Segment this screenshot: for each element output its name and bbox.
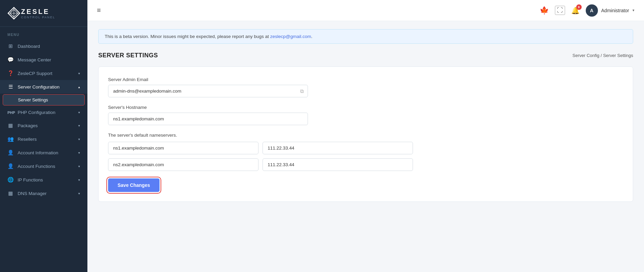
- sidebar-item-server-configuration[interactable]: ☰ Server Configuration ▴: [0, 80, 87, 94]
- settings-card: Server Admin Email ⧉ Server's Hostname T…: [98, 66, 633, 202]
- chevron-down-icon: ▾: [78, 72, 80, 75]
- sidebar-item-account-information[interactable]: 👤 Account Information ▾: [0, 146, 87, 159]
- hostname-label: Server's Hostname: [108, 105, 623, 110]
- save-changes-button[interactable]: Save Changes: [108, 178, 160, 192]
- beta-banner-text: This is a beta version. Minor issues mig…: [105, 34, 270, 39]
- logo-title: ZESLE: [21, 8, 55, 16]
- sidebar-item-label: PHP Configuration: [18, 110, 56, 115]
- admin-email-label: Server Admin Email: [108, 77, 623, 82]
- breadcrumb-current: Server Settings: [603, 53, 633, 58]
- sidebar-subitem-server-settings[interactable]: Server Settings: [3, 94, 85, 105]
- user-menu-chevron-icon: ▾: [632, 8, 635, 13]
- packages-icon: ▦: [7, 122, 14, 129]
- admin-email-input[interactable]: [108, 85, 308, 97]
- hamburger-button[interactable]: ≡: [97, 6, 101, 14]
- ip-functions-icon: 🌐: [7, 177, 14, 183]
- chevron-down-icon: ▾: [78, 164, 80, 168]
- nameservers-group: The server's default nameservers.: [108, 133, 623, 171]
- beta-banner-period: .: [311, 34, 313, 39]
- chevron-down-icon: ▾: [78, 111, 80, 114]
- php-icon: PHP: [7, 111, 14, 115]
- admin-name: Administrator: [601, 8, 629, 13]
- sidebar-item-ip-functions[interactable]: 🌐 IP Functions ▾: [0, 173, 87, 187]
- sidebar-item-label: Dashboard: [18, 44, 40, 49]
- hostname-input[interactable]: [108, 113, 308, 125]
- menu-label: MENU: [0, 27, 87, 39]
- notification-badge: 9: [576, 4, 582, 10]
- sidebar: ZESLE CONTROL PANEL MENU ⊞ Dashboard 💬 M…: [0, 0, 87, 272]
- sidebar-item-label: Account Functions: [18, 164, 55, 169]
- chevron-up-icon: ▴: [78, 85, 80, 89]
- account-functions-icon: 👤: [7, 163, 14, 169]
- sidebar-item-dashboard[interactable]: ⊞ Dashboard: [0, 39, 87, 53]
- breadcrumb: Server Config / Server Settings: [573, 53, 633, 58]
- beta-email-link[interactable]: zeslecp@gmail.com: [270, 34, 311, 39]
- sidebar-item-label: Packages: [18, 123, 38, 128]
- ns2-name-input[interactable]: [108, 158, 258, 171]
- admin-email-group: Server Admin Email ⧉: [108, 77, 623, 97]
- breadcrumb-parent: Server Config: [573, 53, 599, 58]
- dashboard-icon: ⊞: [7, 43, 14, 49]
- logo-subtitle: CONTROL PANEL: [21, 16, 55, 19]
- avatar: A: [586, 4, 598, 17]
- resellers-icon: 👥: [7, 136, 14, 142]
- sidebar-item-label: DNS Manager: [18, 191, 47, 196]
- user-menu-button[interactable]: A Administrator ▾: [586, 4, 635, 17]
- header: ≡ 🍁 ⛶ 🔔 9 A Administrator ▾: [87, 0, 644, 21]
- sidebar-item-php-configuration[interactable]: PHP PHP Configuration ▾: [0, 106, 87, 119]
- page-header: SERVER SETTINGS Server Config / Server S…: [98, 52, 633, 59]
- support-icon: ❓: [7, 70, 14, 76]
- nameservers-label: The server's default nameservers.: [108, 133, 623, 138]
- fullscreen-icon[interactable]: ⛶: [555, 6, 565, 15]
- sidebar-item-label: Message Center: [18, 57, 51, 62]
- sidebar-item-label: Account Information: [18, 150, 58, 155]
- sidebar-logo: ZESLE CONTROL PANEL: [0, 0, 87, 27]
- sidebar-item-dns-manager[interactable]: ▦ DNS Manager ▾: [0, 187, 87, 200]
- main-area: ≡ 🍁 ⛶ 🔔 9 A Administrator ▾ This is a be…: [87, 0, 644, 272]
- sidebar-item-label: Server Configuration: [18, 84, 60, 90]
- beta-banner: This is a beta version. Minor issues mig…: [98, 29, 633, 44]
- sidebar-item-packages[interactable]: ▦ Packages ▾: [0, 119, 87, 132]
- sidebar-item-message-center[interactable]: 💬 Message Center: [0, 53, 87, 66]
- sidebar-item-account-functions[interactable]: 👤 Account Functions ▾: [0, 159, 87, 173]
- nameserver-row-1: [108, 142, 413, 154]
- logo-text: ZESLE CONTROL PANEL: [21, 8, 55, 19]
- chevron-down-icon: ▾: [78, 178, 80, 182]
- sidebar-item-label: Resellers: [18, 137, 37, 142]
- nameserver-row-2: [108, 158, 413, 171]
- dns-manager-icon: ▦: [7, 190, 14, 196]
- notifications-button[interactable]: 🔔 9: [571, 6, 580, 15]
- flag-icon[interactable]: 🍁: [540, 6, 549, 15]
- sidebar-item-resellers[interactable]: 👥 Resellers ▾: [0, 132, 87, 146]
- hostname-group: Server's Hostname: [108, 105, 623, 125]
- chevron-down-icon: ▾: [78, 192, 80, 195]
- ns2-ip-input[interactable]: [263, 158, 413, 171]
- admin-email-input-wrapper: ⧉: [108, 85, 308, 97]
- ns1-ip-input[interactable]: [263, 142, 413, 154]
- sidebar-item-label: ZesleCP Support: [18, 71, 53, 76]
- sidebar-item-label: IP Functions: [18, 177, 43, 182]
- content-area: This is a beta version. Minor issues mig…: [87, 21, 644, 272]
- sidebar-subitem-label: Server Settings: [18, 97, 48, 102]
- chevron-down-icon: ▾: [78, 137, 80, 141]
- chevron-down-icon: ▾: [78, 124, 80, 128]
- ns1-name-input[interactable]: [108, 142, 258, 154]
- page-title: SERVER SETTINGS: [98, 52, 158, 59]
- message-center-icon: 💬: [7, 57, 14, 63]
- sidebar-item-zeslecp-support[interactable]: ❓ ZesleCP Support ▾: [0, 66, 87, 80]
- server-config-icon: ☰: [7, 84, 14, 90]
- chevron-down-icon: ▾: [78, 151, 80, 155]
- zesle-logo-icon: [7, 6, 21, 20]
- copy-icon[interactable]: ⧉: [300, 88, 304, 94]
- account-information-icon: 👤: [7, 150, 14, 156]
